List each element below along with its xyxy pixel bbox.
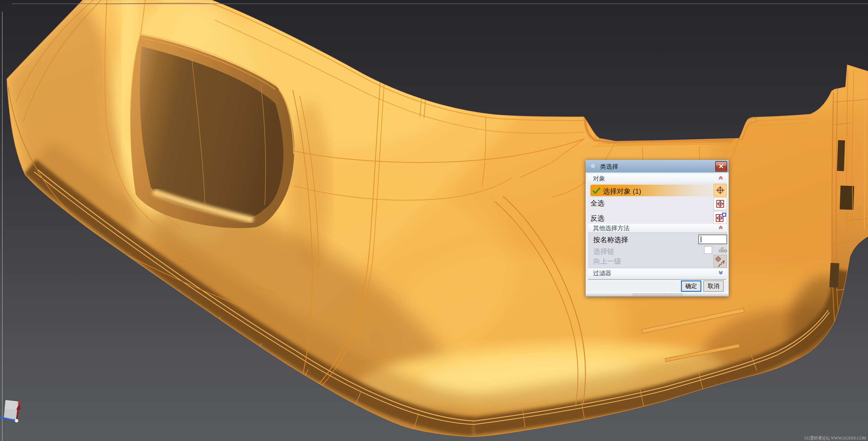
svg-text:UG爱好者论坛 WWW.UGSNX.COM: UG爱好者论坛 WWW.UGSNX.COM	[804, 436, 866, 440]
